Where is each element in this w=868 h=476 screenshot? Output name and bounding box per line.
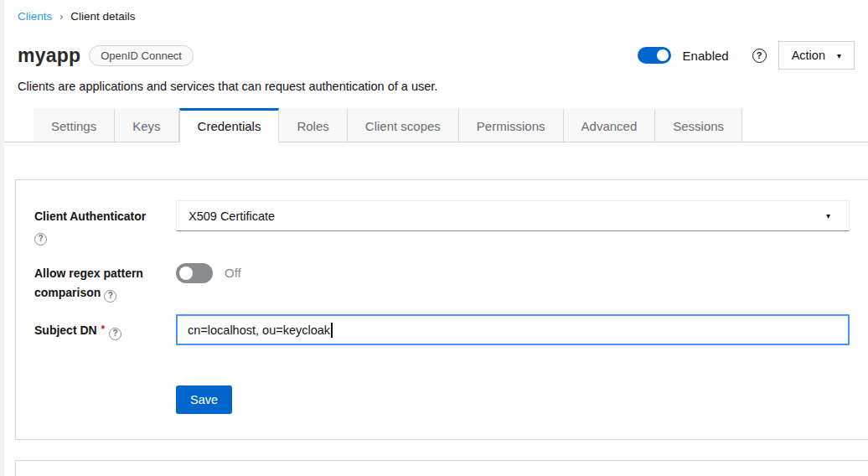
regex-comparison-control: Off <box>176 257 850 288</box>
tab-bar-filler <box>742 108 868 142</box>
client-authenticator-label-text: Client Authenticator <box>34 210 146 223</box>
required-asterisk: * <box>101 323 106 335</box>
page-header: myapp OpenID Connect Enabled ? Action ▾ <box>0 41 868 70</box>
tab-permissions[interactable]: Permissions <box>459 108 564 142</box>
tab-advanced[interactable]: Advanced <box>564 108 656 142</box>
client-authenticator-label: Client Authenticator ? <box>34 200 174 246</box>
subject-dn-value: cn=localhost, ou=keycloak <box>188 323 330 337</box>
tab-bar: Settings Keys Credentials Roles Client s… <box>0 108 868 142</box>
regex-comparison-toggle[interactable] <box>176 263 213 283</box>
help-icon[interactable]: ? <box>752 49 767 63</box>
tab-keys[interactable]: Keys <box>115 108 178 142</box>
page-left-edge <box>0 0 4 476</box>
page-title: myapp <box>18 44 80 67</box>
subject-dn-help-icon[interactable]: ? <box>109 328 121 340</box>
tab-roles[interactable]: Roles <box>279 108 347 142</box>
toggle-knob <box>657 49 669 61</box>
registration-token-card: Registration access token ? Regenerate <box>15 460 868 476</box>
client-authenticator-row: Client Authenticator ? X509 Certificate … <box>34 200 850 246</box>
regex-comparison-row: Allow regex pattern comparison ? Off <box>34 257 850 303</box>
save-button[interactable]: Save <box>176 385 232 414</box>
client-authenticator-help-icon[interactable]: ? <box>34 233 47 246</box>
regex-comparison-label-text: Allow regex pattern comparison <box>34 266 143 299</box>
header-actions: Enabled ? Action ▾ <box>638 41 855 70</box>
subject-dn-input[interactable]: cn=localhost, ou=keycloak <box>176 314 850 345</box>
breadcrumb-current: Client details <box>70 10 135 23</box>
chevron-down-icon: ▾ <box>837 51 841 60</box>
protocol-badge: OpenID Connect <box>89 45 194 66</box>
subject-dn-label-text: Subject DN <box>34 323 97 337</box>
regex-comparison-state-label: Off <box>225 266 241 280</box>
regex-comparison-label: Allow regex pattern comparison ? <box>34 257 174 303</box>
enabled-label: Enabled <box>683 49 729 63</box>
breadcrumb-separator: › <box>59 11 63 23</box>
subject-dn-label: Subject DN * ? <box>34 314 174 340</box>
page-description: Clients are applications and services th… <box>0 80 868 93</box>
enabled-toggle[interactable] <box>638 47 671 64</box>
client-authenticator-select[interactable]: X509 Certificate ▾ <box>176 200 850 231</box>
credentials-card: Client Authenticator ? X509 Certificate … <box>15 179 868 440</box>
client-authenticator-value: X509 Certificate <box>189 210 275 223</box>
breadcrumb-clients-link[interactable]: Clients <box>18 10 52 23</box>
tab-spacer <box>0 108 34 142</box>
tab-credentials[interactable]: Credentials <box>179 108 280 142</box>
regex-comparison-help-icon[interactable]: ? <box>104 290 116 303</box>
breadcrumb: Clients › Client details <box>0 0 868 23</box>
save-row: Save <box>34 385 850 414</box>
text-cursor <box>331 323 333 338</box>
tab-client-scopes[interactable]: Client scopes <box>348 108 459 142</box>
action-label: Action <box>792 49 825 62</box>
select-caret-icon: ▾ <box>826 211 830 220</box>
tab-sessions[interactable]: Sessions <box>655 108 742 142</box>
subject-dn-row: Subject DN * ? cn=localhost, ou=keycloak <box>34 314 850 345</box>
action-dropdown-button[interactable]: Action ▾ <box>778 41 855 70</box>
toggle-knob <box>179 266 193 280</box>
tab-settings[interactable]: Settings <box>34 108 115 142</box>
